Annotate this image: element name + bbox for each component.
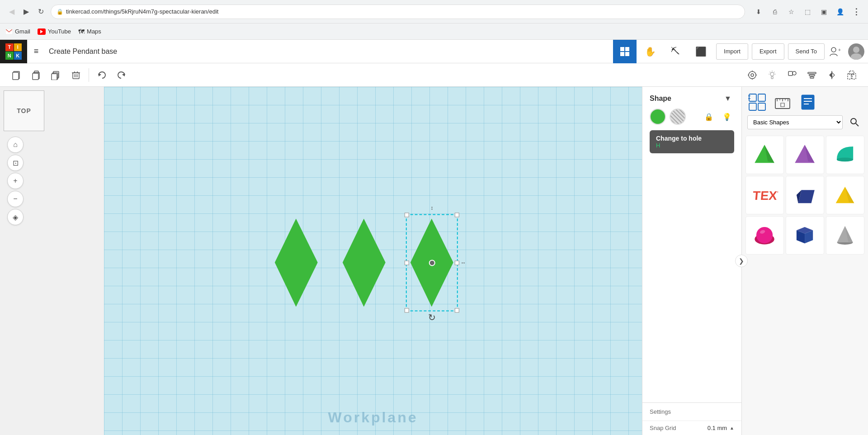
handle-mr[interactable] [455,260,459,265]
handle-tl[interactable] [405,213,409,217]
grid-view-button[interactable] [613,40,637,63]
profile-icon[interactable]: 👤 [834,5,846,18]
settings-button[interactable]: Settings [650,407,671,417]
duplicate-button[interactable] [47,66,65,84]
redo-button[interactable] [113,66,131,84]
svg-point-29 [770,72,774,76]
undo-icon [97,70,107,80]
svg-point-27 [749,71,756,79]
svg-rect-2 [625,47,629,51]
shape-actions: 🔒 💡 [702,109,734,124]
home-view-button[interactable]: ⌂ [7,137,24,153]
share-icon[interactable]: ⎙ [769,5,781,18]
svg-line-62 [856,123,859,126]
export-button[interactable]: Export [752,43,784,60]
light-icon [767,70,777,80]
svg-rect-14 [33,73,38,80]
bookmark-gmail[interactable]: Gmail [5,28,30,35]
tab-icon[interactable]: ⬚ [801,5,814,18]
zoom-out-button[interactable]: − [7,191,24,207]
shape-item-pyramid-green[interactable] [745,136,784,174]
user-avatar[interactable] [848,43,864,60]
shape-item-box-blue[interactable] [786,216,824,255]
mirror-button[interactable] [823,66,841,84]
hamburger-button[interactable]: ≡ [27,40,45,63]
shape-item-text[interactable]: TEXT [745,176,784,214]
forward-button[interactable]: ▶ [20,5,33,18]
sidebar-grid-icon-button[interactable] [745,90,769,114]
svg-point-5 [831,47,836,52]
svg-marker-38 [832,72,835,78]
light-button[interactable] [763,66,781,84]
build-view-button[interactable]: ⬛ [689,40,712,63]
paste-button[interactable] [27,66,45,84]
svg-rect-48 [758,103,765,110]
shape-item-cone-gray[interactable] [826,216,864,255]
canvas-area[interactable]: ↻ ↕ ↔ Workplane [104,87,642,435]
hole-shortcut-key: H [656,142,728,149]
pick-view-button[interactable]: ⛏ [664,40,687,63]
shapes-sidebar: Basic Shapes [741,87,868,435]
zoom-in-button[interactable]: + [7,173,24,189]
address-bar[interactable]: 🔒 tinkercad.com/things/5kRjruN4m7g-spect… [51,5,745,19]
fit-view-button[interactable]: ⊡ [7,155,24,171]
duplicate-icon [51,70,61,80]
align-icon [807,70,817,80]
reload-button[interactable]: ↻ [34,5,47,18]
diamond-shape-3-selected[interactable]: ↻ ↕ ↔ [410,218,453,307]
material-button[interactable]: 🔒 [702,109,716,124]
shape-hole-circle[interactable] [670,109,686,125]
svg-rect-34 [809,75,815,76]
svg-rect-17 [52,74,57,80]
svg-rect-11 [13,72,19,80]
shape-item-dome-teal[interactable] [826,136,864,174]
prism-blue-icon [792,182,818,208]
shape-header: Shape ▼ [642,87,741,109]
shape-item-sphere-magenta[interactable] [745,216,784,255]
handle-bl[interactable] [405,308,409,312]
handle-ml[interactable] [405,260,409,265]
view-cube[interactable]: Top [4,90,44,131]
shape-item-pyramid-purple[interactable] [786,136,824,174]
snap-grid-arrow[interactable]: ▲ [730,426,734,430]
delete-button[interactable] [67,66,85,84]
copy-button[interactable] [7,66,25,84]
browser-bar: ◀ ▶ ↻ 🔒 tinkercad.com/things/5kRjruN4m7g… [0,0,868,24]
svg-marker-42 [275,218,318,307]
handle-tr[interactable] [455,213,459,217]
menu-button[interactable]: ⋮ [850,5,863,18]
collapse-arrow-button[interactable]: ❯ [735,255,748,267]
shape-item-pyramid-yellow[interactable] [826,176,864,214]
tinkercad-logo[interactable]: T I N K [0,40,27,63]
send-to-button[interactable]: Send To [788,43,825,60]
shape-item-prism-blue[interactable] [786,176,824,214]
bookmark-youtube[interactable]: YouTube [38,28,71,35]
main-area: Top ⌂ ⊡ + − ◈ [0,87,868,435]
download-icon[interactable]: ⬇ [752,5,765,18]
shapes-category-select[interactable]: Basic Shapes [747,115,843,129]
bookmark-maps[interactable]: 🗺 Maps [78,28,101,35]
svg-rect-3 [620,52,624,56]
window-icon[interactable]: ▣ [817,5,830,18]
align-button[interactable] [803,66,821,84]
back-button[interactable]: ◀ [5,5,18,18]
sidebar-ruler-icon-button[interactable] [771,90,794,114]
shape-color-circle[interactable] [650,109,666,125]
hand-view-button[interactable]: ✋ [638,40,662,63]
camera-button[interactable] [743,66,761,84]
undo-button[interactable] [93,66,111,84]
shape-tool-button[interactable] [783,66,801,84]
group-button[interactable] [843,66,861,84]
shape-panel-body [642,157,741,402]
perspective-button[interactable]: ◈ [7,209,24,225]
sidebar-note-icon-button[interactable] [796,90,820,114]
add-user-button[interactable]: + [826,43,843,60]
center-handle[interactable] [429,260,435,266]
shapes-search-button[interactable] [846,114,863,130]
rotate-handle[interactable]: ↻ [428,312,436,323]
import-button[interactable]: Import [716,43,748,60]
light-toggle-button[interactable]: 💡 [720,109,734,124]
shape-expand-button[interactable]: ▼ [722,92,734,105]
star-icon[interactable]: ☆ [785,5,797,18]
handle-br[interactable] [455,308,459,312]
